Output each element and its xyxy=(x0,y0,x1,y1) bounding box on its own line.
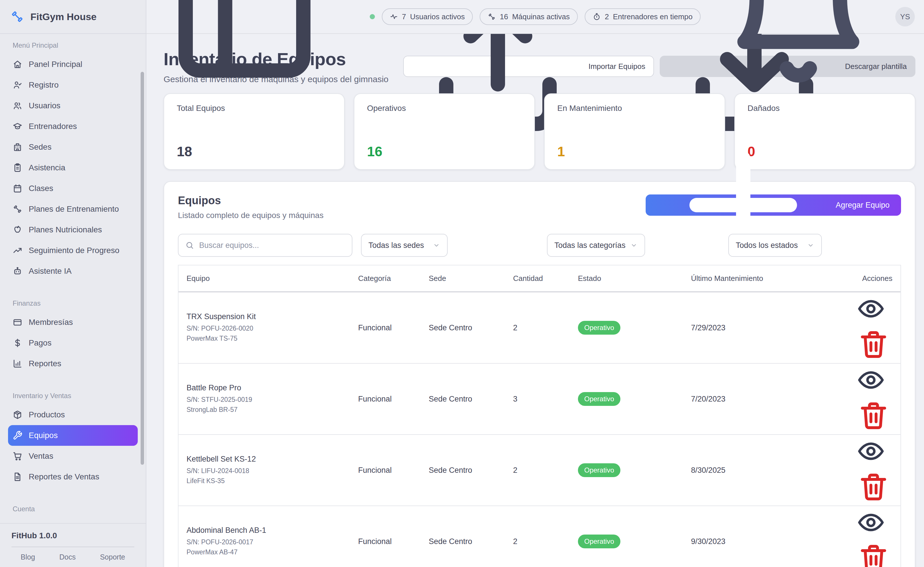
panel-title: Equipos xyxy=(178,194,323,207)
equipment-quantity: 2 xyxy=(507,292,572,363)
panel-subtitle: Listado completo de equipos y máquinas xyxy=(178,211,323,220)
sidebar-item[interactable]: Membresías xyxy=(8,312,138,332)
equipment-serial: S/N: POFU-2026-0017 xyxy=(186,537,346,547)
sidebar-footer: FitHub 1.0.0 Blog Docs Soporte xyxy=(0,523,146,567)
footer-link[interactable]: Docs xyxy=(59,553,76,561)
search-icon xyxy=(185,241,194,250)
chevron-down-icon xyxy=(433,242,440,249)
trash-icon xyxy=(856,469,891,504)
view-button[interactable] xyxy=(855,506,887,539)
eye-icon xyxy=(856,436,885,466)
sidebar-item[interactable]: Productos xyxy=(8,405,138,425)
badge-label: Entrenadores en tiempo xyxy=(613,12,693,21)
equipment-serial: S/N: STFU-2025-0019 xyxy=(186,395,346,405)
topbar-status-badge[interactable]: 2 Entrenadores en tiempo xyxy=(585,8,701,25)
sidebar-item[interactable]: Planes de Entrenamiento xyxy=(8,199,138,220)
footer-divider xyxy=(12,547,134,547)
equipment-name: Kettlebell Set KS-12 xyxy=(186,455,346,463)
equipment-panel: Equipos Listado completo de equipos y má… xyxy=(164,181,915,567)
sidebar-item[interactable]: Registro xyxy=(8,75,138,95)
delete-button[interactable] xyxy=(855,539,892,567)
topbar-status-badge[interactable]: 7 Usuarios activos xyxy=(382,8,473,25)
footer-link[interactable]: Soporte xyxy=(100,553,125,561)
package-icon xyxy=(13,410,22,420)
equipment-table: Equipo Categoría Sede Cantidad Estado Úl… xyxy=(178,265,901,567)
table-row[interactable]: Abdominal Bench AB-1 S/N: POFU-2026-0017… xyxy=(178,506,900,567)
col-cantidad: Cantidad xyxy=(507,265,572,292)
wrench-icon xyxy=(13,430,22,440)
delete-button[interactable] xyxy=(855,325,892,363)
topbar-status-badge[interactable]: 16 Máquinas activas xyxy=(480,8,578,25)
equipment-name: Battle Rope Pro xyxy=(186,384,346,393)
dumbbell-logo-icon xyxy=(10,10,24,24)
filter-dropdown[interactable]: Todos los estados xyxy=(728,234,822,257)
equipment-quantity: 2 xyxy=(507,506,572,567)
view-button[interactable] xyxy=(855,435,887,468)
equipment-category: Funcional xyxy=(352,363,423,435)
equipment-site: Sede Centro xyxy=(423,363,507,435)
footer-link[interactable]: Blog xyxy=(21,553,35,561)
sidebar-item-label: Usuarios xyxy=(29,101,60,110)
sidebar-item[interactable]: Entrenadores xyxy=(8,116,138,137)
equipment-name: Abdominal Bench AB-1 xyxy=(186,526,346,535)
last-maintenance-date: 7/29/2023 xyxy=(685,292,849,363)
topbar-right: YS xyxy=(711,0,915,104)
view-button[interactable] xyxy=(855,364,887,396)
table-row[interactable]: Kettlebell Set KS-12 S/N: LIFU-2024-0018… xyxy=(178,435,900,506)
filter-dropdown[interactable]: Todas las sedes xyxy=(361,234,448,257)
file-text-icon xyxy=(13,472,22,482)
sidebar-item[interactable]: Sedes xyxy=(8,137,138,157)
view-button[interactable] xyxy=(855,292,887,325)
sidebar-item[interactable]: Ventas xyxy=(8,446,138,466)
equipment-site: Sede Centro xyxy=(423,292,507,363)
search-input[interactable] xyxy=(199,241,345,250)
brand-name: FitGym House xyxy=(30,11,96,23)
user-check-icon xyxy=(13,80,22,90)
nav-section: Inventario y Ventas Productos Equipos Ve… xyxy=(8,392,138,487)
sidebar-item[interactable]: Pagos xyxy=(8,332,138,353)
delete-button[interactable] xyxy=(855,468,892,505)
brand-header: FitGym House xyxy=(0,0,146,34)
notifications-button[interactable] xyxy=(711,0,885,104)
status-badge: Operativo xyxy=(578,463,620,477)
sidebar-item[interactable]: Reportes de Ventas xyxy=(8,466,138,487)
equipment-site: Sede Centro xyxy=(423,435,507,506)
sidebar-item-label: Sedes xyxy=(29,143,51,152)
avatar[interactable]: YS xyxy=(895,7,915,26)
sidebar-item[interactable]: Clases xyxy=(8,178,138,199)
sidebar-item[interactable]: Planes Nutricionales xyxy=(8,220,138,240)
eye-icon xyxy=(856,365,885,395)
eye-icon xyxy=(856,294,885,323)
last-maintenance-date: 7/20/2023 xyxy=(685,363,849,435)
sidebar-item-label: Productos xyxy=(29,410,65,420)
filter-dropdown-label: Todas las sedes xyxy=(369,241,424,250)
table-row[interactable]: TRX Suspension Kit S/N: POFU-2026-0020 P… xyxy=(178,292,900,363)
nav-section: Cuenta xyxy=(8,505,138,513)
filter-dropdown[interactable]: Todas las categorías xyxy=(547,234,645,257)
sidebar-item[interactable]: Reportes xyxy=(8,353,138,374)
stat-label: En Mantenimiento xyxy=(557,104,712,113)
sidebar-toggle-button[interactable] xyxy=(157,0,332,104)
col-categoria: Categoría xyxy=(352,265,423,292)
equipment-category: Funcional xyxy=(352,435,423,506)
filters-row: Todas las sedes Todas las categorías Tod… xyxy=(178,234,901,257)
add-equipment-button[interactable]: Agregar Equipo xyxy=(646,194,901,216)
delete-button[interactable] xyxy=(855,396,892,434)
sidebar-scrollbar-thumb[interactable] xyxy=(141,72,144,465)
import-equipment-button[interactable]: Importar Equipos xyxy=(403,56,654,77)
sidebar-item[interactable]: Equipos xyxy=(8,425,138,446)
sidebar-item[interactable]: Asistencia xyxy=(8,157,138,178)
equipment-brand: LifeFit KS-35 xyxy=(186,476,346,486)
sidebar-item[interactable]: Usuarios xyxy=(8,95,138,116)
table-row[interactable]: Battle Rope Pro S/N: STFU-2025-0019 Stro… xyxy=(178,363,900,435)
sidebar-item[interactable]: Panel Principal xyxy=(8,54,138,75)
sidebar-item[interactable]: Asistente IA xyxy=(8,261,138,281)
main-content: Inventario de Equipos Gestiona el invent… xyxy=(146,34,924,567)
trash-icon xyxy=(856,398,891,433)
panel-header: Equipos Listado completo de equipos y má… xyxy=(178,194,901,220)
stat-value: 18 xyxy=(177,144,332,159)
sidebar-item-label: Reportes de Ventas xyxy=(29,472,99,481)
sidebar-item[interactable]: Seguimiento de Progreso xyxy=(8,240,138,261)
equipment-brand: PowerMax AB-47 xyxy=(186,547,346,557)
equipment-quantity: 3 xyxy=(507,363,572,435)
